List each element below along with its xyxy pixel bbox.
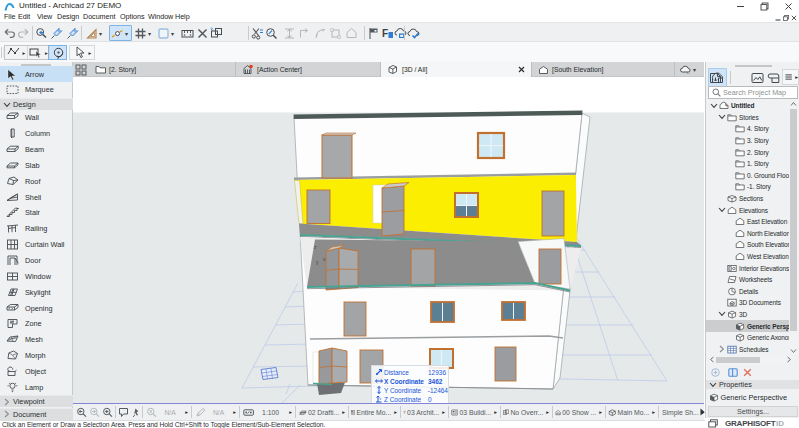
tool-opening[interactable]: Opening <box>0 300 73 316</box>
guides-icon[interactable] <box>111 27 124 40</box>
tool-column[interactable]: Column <box>0 126 73 142</box>
menu-options[interactable]: Options <box>120 12 144 21</box>
favorites-flag-button[interactable] <box>367 26 380 40</box>
toolbar-drag-handle[interactable] <box>1 47 2 58</box>
tree-item-worksheets[interactable]: Worksheets <box>706 274 794 286</box>
fit-to-slabs-button[interactable] <box>283 26 296 40</box>
scroll-left-icon[interactable] <box>709 356 715 363</box>
fillet-icon[interactable] <box>314 27 327 40</box>
inject-parameters-alt-button[interactable] <box>66 26 79 40</box>
zoom-na-dropdown[interactable]: N/A▸ <box>143 407 190 418</box>
tree-item-generic-perspectiv[interactable]: Generic Perspectiv <box>706 320 794 332</box>
libcloud-icon[interactable] <box>394 27 407 40</box>
layers-icon[interactable] <box>299 407 307 418</box>
layoutbook-icon[interactable] <box>767 72 780 84</box>
tree-item-south-elevation-aut[interactable]: South Elevation (Aut <box>706 239 794 251</box>
flyout-arrow-icon[interactable]: ▸ <box>599 409 602 415</box>
search-input[interactable] <box>723 88 793 97</box>
tree-item-schedules[interactable]: Schedules <box>706 343 794 355</box>
tab-action-center[interactable]: [Action Center] <box>236 62 381 77</box>
tool-shell[interactable]: Shell <box>0 189 73 205</box>
tool-wall[interactable]: Wall <box>0 110 73 126</box>
setsquare-icon[interactable] <box>85 27 98 40</box>
zoom-in-button[interactable] <box>102 407 114 418</box>
dropdown-arrow-icon[interactable]: ▾ <box>693 66 696 73</box>
flag-icon[interactable] <box>367 27 380 40</box>
fillet-chamfer-button[interactable] <box>314 26 327 40</box>
tool-beam[interactable]: Beam <box>0 142 73 158</box>
scroll-down-icon[interactable] <box>790 348 797 354</box>
scrollbar-thumb[interactable] <box>790 109 797 331</box>
layer-combination-dropdown[interactable]: 02 Drafti...▸ <box>296 407 347 418</box>
override-icon[interactable] <box>503 407 509 418</box>
tree-chevron-icon[interactable] <box>718 206 726 214</box>
tool-railing[interactable]: Railing <box>0 221 73 237</box>
section-collapse-icon[interactable] <box>3 101 11 109</box>
menu-document[interactable]: Document <box>83 12 115 21</box>
teamwork-button[interactable] <box>407 26 420 40</box>
zoom-next-button[interactable] <box>89 407 101 418</box>
tab-close-icon[interactable] <box>518 66 525 73</box>
tree-item-0-ground-floor[interactable]: 0. Ground Floor <box>706 170 794 182</box>
tree-item-interior-elevations[interactable]: Interior Elevations <box>706 262 794 274</box>
toolbox-section-document[interactable]: Document <box>0 408 73 420</box>
menu-help[interactable]: Help <box>175 12 190 21</box>
navigator-preview-button[interactable] <box>728 368 738 377</box>
flyout-arrow-icon[interactable]: ▸ <box>185 409 188 415</box>
grid-snap-button[interactable]: ▾ <box>134 26 151 40</box>
zoom-previous-button[interactable] <box>76 407 88 418</box>
tree-item-generic-axonometry[interactable]: Generic Axonometry <box>706 332 794 344</box>
tab-overview-icon[interactable] <box>75 64 87 76</box>
flyout-arrow-icon[interactable]: ▸ <box>23 50 26 56</box>
tool-door[interactable]: Door <box>0 253 73 269</box>
tree-item-west-elevation-auto[interactable]: West Elevation (Auto <box>706 251 794 263</box>
navigator-menu-button[interactable]: ▸ <box>782 69 799 85</box>
main-model-dropdown[interactable]: Main Mo...▸ <box>605 407 657 418</box>
partial-icon[interactable] <box>351 407 355 418</box>
syringe-icon[interactable] <box>66 27 79 40</box>
pick-up-parameters-button[interactable] <box>35 26 48 40</box>
panel-drag-handle[interactable] <box>735 65 772 67</box>
search-box[interactable] <box>708 86 798 99</box>
tab-south-elevation[interactable]: [South Elevation] <box>532 62 675 77</box>
dragrect-icon[interactable] <box>29 46 42 59</box>
tool-slab[interactable]: Slab <box>0 158 73 174</box>
tab-overview-button[interactable] <box>75 64 88 76</box>
new-viewpoint-button[interactable] <box>711 368 720 377</box>
tree-chevron-icon[interactable] <box>710 102 718 110</box>
guide-lines-segment-button[interactable]: ▾ <box>85 26 102 40</box>
menu-view[interactable]: View <box>37 12 52 21</box>
properties-header[interactable]: Properties <box>706 380 799 389</box>
intersect-button[interactable] <box>298 26 311 40</box>
flyout-arrow-icon[interactable]: ▸ <box>442 409 445 415</box>
tool-marquee[interactable]: Marquee <box>0 82 73 98</box>
library-manager-button[interactable] <box>394 26 407 40</box>
drag-selection-button[interactable]: ▸ <box>27 46 49 59</box>
tree-chevron-icon[interactable] <box>718 345 726 353</box>
tree-item-3d[interactable]: 3D <box>706 309 794 321</box>
delete-viewpoint-button[interactable] <box>743 368 752 377</box>
flyout-arrow-icon[interactable]: ▸ <box>342 409 345 415</box>
section-expand-icon[interactable] <box>3 410 11 418</box>
gridsnap-icon[interactable] <box>134 27 147 40</box>
tree-item-elevations[interactable]: Elevations <box>706 204 794 216</box>
scroll-right-icon[interactable] <box>786 356 792 363</box>
reno-icon[interactable] <box>555 407 561 418</box>
multiply-icon[interactable] <box>345 27 358 40</box>
scale-icon[interactable] <box>243 407 254 418</box>
tree-vertical-scrollbar[interactable] <box>789 100 798 355</box>
menu-window[interactable]: Window <box>148 12 173 21</box>
panel-collapse-icon[interactable] <box>700 408 705 416</box>
scrollbar-thumb[interactable] <box>716 357 760 363</box>
orient-icon[interactable] <box>118 407 129 418</box>
flyout-arrow-icon[interactable]: ▸ <box>494 409 497 415</box>
flyout-arrow-icon[interactable]: ▸ <box>546 409 549 415</box>
tree-item--1-story[interactable]: -1. Story <box>706 181 794 193</box>
partial-structure-dropdown[interactable]: Entire Mo...▸ <box>348 407 399 418</box>
zoomnext-icon[interactable] <box>89 407 100 418</box>
publisher-button[interactable] <box>706 68 725 87</box>
penna-icon[interactable] <box>195 407 206 418</box>
flyout-arrow-icon[interactable]: ▸ <box>45 50 48 56</box>
shadow-mode-dropdown[interactable]: Simple Sh...▸ <box>658 407 706 418</box>
orbit-icon[interactable] <box>52 46 65 59</box>
